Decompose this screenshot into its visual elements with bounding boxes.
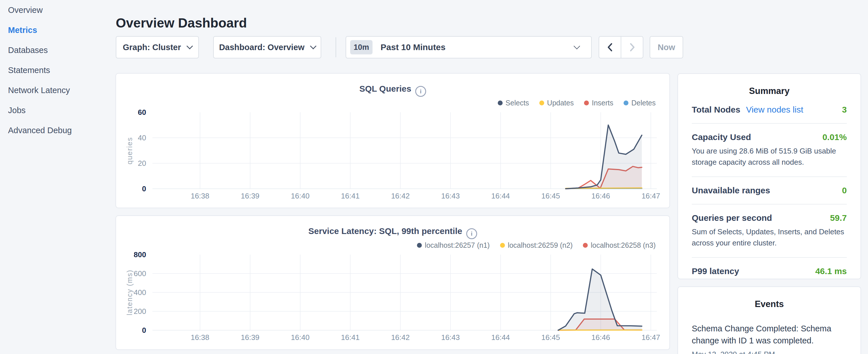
summary-row-value: 59.7 (830, 213, 847, 223)
legend-item[interactable]: localhost:26259 (n2) (500, 241, 573, 250)
now-button[interactable]: Now (650, 36, 683, 58)
y-tick-label: 0 (116, 185, 146, 193)
legend-item[interactable]: localhost:26257 (n1) (417, 241, 490, 250)
sidebar: OverviewMetricsDatabasesStatementsNetwor… (0, 0, 115, 354)
app-root: OverviewMetricsDatabasesStatementsNetwor… (0, 0, 868, 354)
sidebar-item-advanced-debug[interactable]: Advanced Debug (0, 120, 115, 140)
legend-item[interactable]: Inserts (584, 99, 613, 107)
x-tick-label: 16:38 (180, 333, 220, 342)
chart-legend: SelectsUpdatesInsertsDeletes (498, 98, 656, 107)
summary-row-description: Sum of Selects, Updates, Inserts, and De… (692, 226, 847, 249)
chart-legend: localhost:26257 (n1)localhost:26259 (n2)… (417, 240, 656, 250)
sql-queries-chart-panel: SQL QueriesiSelectsUpdatesInsertsDeletes… (116, 73, 670, 208)
x-tick-label: 16:40 (280, 192, 320, 200)
legend-label: localhost:26257 (n1) (425, 241, 490, 250)
prev-range-button[interactable] (599, 37, 621, 58)
legend-dot-icon (624, 100, 628, 105)
info-icon[interactable]: i (415, 86, 426, 97)
sidebar-item-metrics[interactable]: Metrics (0, 20, 115, 40)
time-range-nav (599, 36, 643, 58)
x-tick-label: 16:39 (230, 192, 270, 200)
controls-divider (336, 37, 336, 57)
chart-title: Service Latency: SQL, 99th percentile (308, 226, 462, 236)
graph-dropdown[interactable]: Graph: Cluster (116, 36, 199, 58)
events-title: Events (692, 299, 847, 309)
summary-rows: Total NodesView nodes list3Capacity Used… (692, 105, 847, 276)
summary-row-label: Unavailable ranges (692, 186, 770, 195)
summary-row-label: P99 latency (692, 266, 739, 276)
x-tick-label: 16:47 (631, 333, 671, 342)
events-list: Schema Change Completed: Schema change w… (692, 322, 847, 354)
summary-row: Capacity Used0.01% (692, 132, 847, 142)
chart-plot-area[interactable] (152, 112, 657, 191)
summary-row: Unavailable ranges0 (692, 186, 847, 195)
summary-row-label: Queries per second (692, 213, 772, 223)
legend-label: Deletes (631, 99, 656, 107)
x-tick-label: 16:42 (380, 333, 421, 342)
chart-title: SQL Queries (359, 84, 411, 93)
legend-dot-icon (498, 100, 503, 105)
view-nodes-link[interactable]: View nodes list (746, 105, 803, 115)
chevron-down-icon (186, 43, 193, 50)
sidebar-item-jobs[interactable]: Jobs (0, 100, 115, 120)
legend-item[interactable]: Selects (498, 99, 529, 107)
chevron-left-icon (605, 41, 615, 53)
sidebar-item-statements[interactable]: Statements (0, 60, 115, 80)
summary-row-value: 0.01% (823, 132, 847, 142)
x-tick-label: 16:41 (330, 192, 370, 200)
sidebar-item-network-latency[interactable]: Network Latency (0, 80, 115, 100)
info-icon[interactable]: i (466, 228, 477, 239)
x-tick-label: 16:46 (581, 333, 621, 342)
x-tick-label: 16:47 (631, 192, 671, 200)
legend-item[interactable]: Deletes (624, 99, 656, 107)
time-range-label: Past 10 Minutes (380, 42, 575, 52)
event-timestamp: May 13, 2020 at 4:45 PM (692, 350, 847, 354)
summary-row-label: Capacity Used (692, 132, 751, 142)
y-tick-label: 800 (116, 250, 146, 259)
page-title: Overview Dashboard (116, 15, 247, 31)
x-tick-label: 16:44 (480, 192, 521, 200)
legend-label: Inserts (592, 99, 613, 107)
summary-divider (692, 257, 847, 258)
legend-item[interactable]: localhost:26258 (n3) (583, 241, 656, 250)
summary-panel: Summary Total NodesView nodes list3Capac… (677, 73, 861, 279)
dashboard-dropdown[interactable]: Dashboard: Overview (213, 36, 321, 58)
summary-row: Total NodesView nodes list3 (692, 105, 847, 115)
summary-divider (692, 123, 847, 124)
sidebar-item-overview[interactable]: Overview (0, 0, 115, 20)
chart-title-row: Service Latency: SQL, 99th percentilei (116, 226, 670, 239)
event-text: Schema Change Completed: Schema change w… (692, 322, 847, 347)
legend-dot-icon (417, 243, 422, 248)
dashboard-dropdown-label: Dashboard: Overview (219, 43, 304, 52)
y-tick-label: 60 (116, 108, 146, 117)
chevron-right-icon (627, 41, 637, 53)
x-tick-label: 16:39 (230, 333, 270, 342)
next-range-button[interactable] (621, 37, 643, 58)
legend-label: Updates (547, 99, 574, 107)
x-tick-label: 16:44 (480, 333, 521, 342)
time-range-badge: 10m (350, 40, 373, 55)
summary-row-value: 46.1 ms (815, 266, 847, 276)
y-tick-label: 400 (116, 288, 146, 297)
y-tick-label: 20 (116, 159, 146, 168)
sidebar-item-databases[interactable]: Databases (0, 40, 115, 60)
x-tick-label: 16:43 (430, 192, 470, 200)
graph-dropdown-label: Graph: Cluster (123, 43, 181, 52)
y-tick-label: 40 (116, 133, 146, 142)
x-tick-label: 16:42 (380, 192, 421, 200)
summary-row: Queries per second59.7 (692, 213, 847, 223)
y-tick-label: 0 (116, 326, 146, 335)
chevron-down-icon (574, 43, 580, 50)
now-button-label: Now (658, 43, 675, 52)
chart-plot-area[interactable] (152, 255, 657, 332)
legend-label: Selects (505, 99, 529, 107)
summary-row-value: 0 (842, 186, 847, 195)
time-range-selector[interactable]: 10m Past 10 Minutes (346, 36, 592, 58)
x-tick-label: 16:45 (531, 333, 571, 342)
legend-item[interactable]: Updates (539, 99, 574, 107)
x-tick-label: 16:38 (180, 192, 220, 200)
y-tick-label: 200 (116, 307, 146, 316)
legend-label: localhost:26259 (n2) (508, 241, 573, 250)
legend-dot-icon (539, 100, 544, 105)
summary-title: Summary (692, 86, 847, 96)
